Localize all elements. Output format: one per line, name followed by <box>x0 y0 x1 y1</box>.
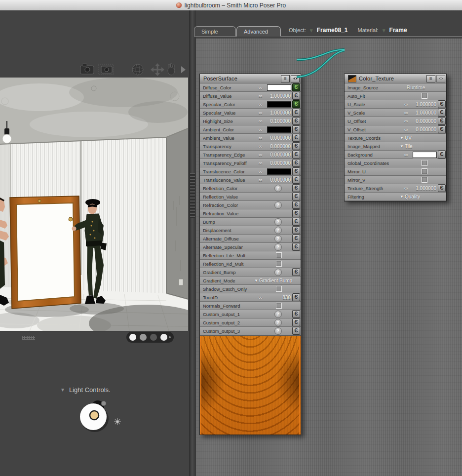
param-row-specular-color[interactable]: Specular_Color∞Є <box>200 100 301 109</box>
param-row-gradient-mode[interactable]: Gradient_Mode▼Gradient Bump <box>200 277 301 285</box>
value-field[interactable]: 830 <box>282 295 291 300</box>
checkbox[interactable] <box>422 93 427 99</box>
checkbox[interactable] <box>422 160 427 166</box>
param-row-highlight-size[interactable]: Highlight_Size∞0.100000Є <box>200 117 301 125</box>
value-field[interactable]: 1.000000 <box>416 110 437 116</box>
dropdown-image-mapped[interactable]: ▼Tile <box>395 142 438 150</box>
plug-icon[interactable]: Є <box>292 243 300 251</box>
chain-link-icon[interactable]: ∞ <box>402 186 410 191</box>
chain-link-icon[interactable]: ∞ <box>402 102 410 107</box>
checkbox[interactable] <box>422 177 427 183</box>
plug-icon[interactable]: Є <box>438 100 446 108</box>
value-field[interactable]: 0.000000 <box>270 160 291 166</box>
param-row-toonid[interactable]: ToonID∞830Є <box>200 293 301 302</box>
tab-simple[interactable]: Simple <box>194 26 236 37</box>
plug-icon[interactable]: Є <box>292 134 300 142</box>
value-field[interactable]: 0.000000 <box>270 152 291 158</box>
face-camera-icon[interactable] <box>80 64 94 74</box>
plug-icon[interactable]: Є <box>292 327 300 335</box>
node-colortexture[interactable]: Color_Texture ≡ Image_SourceRuntimeAuto_… <box>344 74 447 201</box>
posing-camera-icon[interactable] <box>98 64 114 75</box>
trackball-icon[interactable] <box>132 64 143 75</box>
plug-icon[interactable]: Є <box>292 184 300 192</box>
value-field[interactable]: 0.100000 <box>270 119 291 124</box>
value-field[interactable]: 0.000000 <box>416 119 437 124</box>
param-row-reflection-color[interactable]: Reflection_Color?Є <box>200 184 301 193</box>
chain-link-icon[interactable]: ∞ <box>402 119 410 124</box>
param-row-refraction-color[interactable]: Refraction_Color?Є <box>200 201 301 209</box>
checkbox[interactable] <box>276 261 282 267</box>
param-row-refraction-value[interactable]: Refraction_ValueЄ <box>200 209 301 218</box>
param-row-shadow-catch-only[interactable]: Shadow_Catch_Only <box>200 285 301 293</box>
texture-preview[interactable] <box>200 335 301 435</box>
title-bar[interactable]: lightbulbroom – Smith Micro Poser Pro <box>0 0 462 11</box>
value-field[interactable]: 0.000000 <box>270 135 291 141</box>
plug-icon[interactable]: Є <box>292 318 300 326</box>
checkbox[interactable] <box>276 286 282 292</box>
plug-icon[interactable]: Є <box>292 293 300 301</box>
connect-node-button[interactable]: ? <box>274 269 282 276</box>
dropdown-gradient-mode[interactable]: ▼Gradient Bump <box>249 277 292 284</box>
light-controls-header[interactable]: ▼ Light Controls. <box>60 386 111 394</box>
panel-splitter[interactable] <box>189 10 196 476</box>
chain-link-icon[interactable]: ∞ <box>257 93 265 99</box>
material-dropdown-icon[interactable]: ▼ <box>382 28 386 33</box>
plug-icon[interactable]: Є <box>292 92 300 100</box>
param-row-v-scale[interactable]: V_Scale∞1.000000Є <box>345 109 446 117</box>
chain-link-icon[interactable]: ∞ <box>257 102 265 107</box>
connect-node-button[interactable]: ? <box>274 319 282 326</box>
value-field[interactable]: 0.000000 <box>270 177 291 183</box>
tab-advanced[interactable]: Advanced <box>236 26 281 37</box>
pan-grip[interactable] <box>22 336 35 340</box>
param-row-image-source[interactable]: Image_SourceRuntime <box>345 83 446 92</box>
connect-node-button[interactable]: ? <box>274 185 282 192</box>
chain-link-icon[interactable]: ∞ <box>257 169 265 174</box>
brightness-icon[interactable] <box>114 418 121 425</box>
param-row-custom-output-2[interactable]: Custom_output_2?Є <box>200 318 301 327</box>
param-row-texture-coords[interactable]: Texture_Coords▼UV <box>345 134 446 142</box>
checkbox[interactable] <box>276 252 282 258</box>
color-swatch[interactable] <box>267 101 291 108</box>
object-value[interactable]: Frame08_1 <box>317 27 348 34</box>
light-center-dot[interactable] <box>90 411 99 420</box>
picture-frame[interactable] <box>10 196 81 309</box>
param-row-ambient-value[interactable]: Ambient_Value∞0.000000Є <box>200 134 301 142</box>
plug-icon[interactable]: Є <box>438 184 446 192</box>
display-dot[interactable] <box>160 334 167 341</box>
plug-icon[interactable]: Є <box>438 151 446 159</box>
checkbox[interactable] <box>276 303 282 309</box>
param-row-mirror-u[interactable]: Mirror_U <box>345 167 446 176</box>
display-dot[interactable] <box>129 334 136 341</box>
plug-icon[interactable]: Є <box>292 268 300 276</box>
connect-node-button[interactable]: ? <box>274 327 282 335</box>
param-row-transparency[interactable]: Transparency∞0.000000Є <box>200 142 301 151</box>
param-row-reflection-kd-mult[interactable]: Reflection_Kd_Mult <box>200 260 301 268</box>
chain-link-icon[interactable]: ∞ <box>257 119 265 124</box>
node-posersurface-header[interactable]: PoserSurface ≡ <box>200 74 301 83</box>
param-row-alternate-specular[interactable]: Alternate_Specular?Є <box>200 243 301 251</box>
plug-icon[interactable]: Є <box>292 142 300 150</box>
chain-link-icon[interactable]: ∞ <box>257 177 265 183</box>
param-row-transparency-edge[interactable]: Transparency_Edge∞0.000000Є <box>200 151 301 159</box>
param-row-normals-forward[interactable]: Normals_Forward <box>200 302 301 310</box>
chain-link-icon[interactable]: ∞ <box>402 110 410 116</box>
chain-link-icon[interactable]: ∞ <box>257 152 265 158</box>
node-preview-toggle-icon[interactable] <box>436 75 445 82</box>
param-row-bump[interactable]: Bump?Є <box>200 218 301 226</box>
value-field[interactable]: 1.000000 <box>270 93 291 99</box>
param-row-reflection-value[interactable]: Reflection_ValueЄ <box>200 193 301 201</box>
node-menu-icon[interactable]: ≡ <box>426 75 435 82</box>
chain-link-icon[interactable]: ∞ <box>257 127 265 132</box>
object-dropdown-icon[interactable]: ▼ <box>309 28 314 33</box>
light-handle-dot[interactable] <box>101 401 106 406</box>
color-swatch[interactable] <box>413 152 437 158</box>
param-row-diffuse-color[interactable]: Diffuse_Color∞Є <box>200 83 301 92</box>
param-row-auto-fit[interactable]: Auto_Fit <box>345 92 446 100</box>
param-row-texture-strength[interactable]: Texture_Strength∞1.000000Є <box>345 184 446 193</box>
param-row-mirror-v[interactable]: Mirror_V <box>345 176 446 184</box>
param-row-ambient-color[interactable]: Ambient_Color∞Є <box>200 125 301 134</box>
display-dot[interactable] <box>150 334 157 341</box>
plug-icon[interactable]: Є <box>292 151 300 159</box>
chain-link-icon[interactable]: ∞ <box>257 85 265 90</box>
plug-icon[interactable]: Є <box>292 235 300 242</box>
